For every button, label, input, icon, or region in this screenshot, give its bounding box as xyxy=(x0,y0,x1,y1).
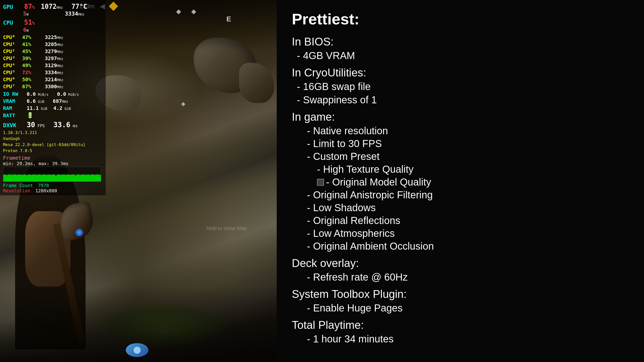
cpu4-row: CPU⁴ 49% 3129MHz xyxy=(3,62,103,69)
deck-refresh: - Refresh rate @ 60Hz xyxy=(292,272,629,283)
batt-label: BATT xyxy=(3,112,26,119)
cpu7-percent: 67% xyxy=(22,83,31,90)
ingame-ao: - Original Ambient Occlusion xyxy=(292,241,629,252)
gpu-percent: 87% xyxy=(24,2,35,11)
cpu6-row: CPU⁶ 50% 3214MHz xyxy=(3,76,103,83)
model-quality-checkbox xyxy=(317,179,324,186)
bios-header: In BIOS: xyxy=(292,35,629,48)
proton-line: Proton 7.0-5 xyxy=(3,148,103,154)
ingame-model: - Original Model Quality xyxy=(292,176,629,188)
right-panel: Prettiest: In BIOS: - 4GB VRAM In CryoUt… xyxy=(277,0,644,362)
cpu0-row: CPU⁰ 47% 3225MHz xyxy=(3,34,103,41)
cpu2-percent: 45% xyxy=(22,48,31,55)
cpu3-row: CPU³ 39% 3297MHz xyxy=(3,55,103,62)
cpu3-mhz: 3297MHz xyxy=(45,55,63,62)
cpu2-row: CPU² 45% 3279MHz xyxy=(3,48,103,55)
toolbox-huge-pages: - Enable Huge Pages xyxy=(292,302,629,314)
driver-line: VanGogh xyxy=(3,136,103,142)
vram-freq: 687MHz xyxy=(53,98,68,105)
gpu-label: GPU xyxy=(3,3,23,11)
panel-title: Prettiest: xyxy=(292,10,629,28)
dxvk-fps-row: DXVK 30 FPS 33.6 ms xyxy=(3,120,103,130)
gpu-watts: 5W xyxy=(23,10,29,18)
cpu0-mhz: 3225MHz xyxy=(45,34,63,41)
io-label: IO RW xyxy=(3,90,26,98)
vram-row: VRAM 6.6 GiB 687MHz xyxy=(3,98,103,105)
cpu4-percent: 49% xyxy=(22,62,31,69)
frametime-bar xyxy=(3,170,101,182)
cpu7-row: CPU⁷ 67% 3300MHz xyxy=(3,83,103,90)
cpu4-label: CPU⁴ xyxy=(3,62,21,69)
ingame-reflections: - Original Reflections xyxy=(292,215,629,226)
battery-icon: 🔋 xyxy=(27,112,33,119)
cpu1-percent: 41% xyxy=(22,41,31,48)
ingame-shadows: - Low Shadows xyxy=(292,202,629,213)
frame-count-value: 7978 xyxy=(38,183,49,188)
cryo-swappiness: - Swappiness of 1 xyxy=(292,94,629,106)
gpu-temp: 77°C xyxy=(71,2,87,11)
cpu0-label: CPU⁰ xyxy=(3,34,21,41)
cpu-label: CPU xyxy=(3,19,23,27)
ingame-texture: - High Texture Quality xyxy=(292,164,629,175)
gpu-row: GPU 87% 1072MHz 77°C xyxy=(3,2,103,11)
ingame-custom-preset: - Custom Preset xyxy=(292,151,629,162)
cpu6-mhz: 3214MHz xyxy=(45,76,63,83)
cpu2-mhz: 3279MHz xyxy=(45,48,63,55)
cpu5-mhz: 3334MHz xyxy=(45,69,63,76)
cpu1-row: CPU¹ 41% 3205MHz xyxy=(3,41,103,48)
cpu-watts: 6W xyxy=(23,26,29,34)
cpu5-percent: 72% xyxy=(22,69,31,76)
io-write: 0.0 MiB/s xyxy=(57,90,79,98)
resolution-row: Resolution 1280x800 xyxy=(3,188,103,193)
vram-label: VRAM xyxy=(3,98,26,105)
cpu-row: CPU 51% xyxy=(3,18,103,27)
cpu3-percent: 39% xyxy=(22,55,31,62)
fps-value: 30 FPS xyxy=(27,120,45,130)
playtime-value: - 1 hour 34 minutes xyxy=(292,333,629,345)
frametime-ms: 33.6 ms xyxy=(53,120,77,130)
cryo-swap: - 16GB swap file xyxy=(292,81,629,92)
ingame-30fps: - Limit to 30 FPS xyxy=(292,138,629,149)
cpu6-label: CPU⁶ xyxy=(3,76,21,83)
ram-other: 4.2 GiB xyxy=(53,105,71,112)
hud-panel: GPU 87% 1072MHz 77°C 5W 3334MHz CPU 51% … xyxy=(0,0,106,195)
cpu1-label: CPU¹ xyxy=(3,41,21,48)
mesa-line: Mesa 22.2.0-devel [git-03dd/09itu] xyxy=(3,142,103,148)
deck-overlay-header: Deck overlay: xyxy=(292,257,629,269)
dxvk-label: DXVK xyxy=(3,122,26,129)
cpu7-label: CPU⁷ xyxy=(3,83,21,90)
cpu6-percent: 50% xyxy=(22,76,31,83)
cpu-watts-row: 6W xyxy=(23,26,103,34)
io-read: 0.0 MiB/s xyxy=(27,90,49,98)
io-row: IO RW 0.0 MiB/s 0.0 MiB/s xyxy=(3,90,103,98)
frame-count-label: Frame Count xyxy=(3,183,33,188)
cpu4-mhz: 3129MHz xyxy=(45,62,63,69)
ram-label: RAM xyxy=(3,105,26,112)
cpu3-label: CPU³ xyxy=(3,55,21,62)
frametime-graph xyxy=(3,167,101,182)
frametime-range: min: 29.2ms, max: 39.3ms xyxy=(3,161,103,166)
gpu-watts-row: 5W 3334MHz xyxy=(23,10,103,18)
batt-row: BATT 🔋 xyxy=(3,112,103,119)
cpu7-mhz: 3300MHz xyxy=(45,83,63,90)
ingame-header: In game: xyxy=(292,111,629,123)
cpu5-row: CPU⁵ 72% 3334MHz xyxy=(3,69,103,76)
cryo-header: In CryoUtilities: xyxy=(292,66,629,79)
gpu-mhz: 1072MHz xyxy=(41,2,63,11)
frame-count-row: Frame Count 7978 xyxy=(3,183,103,188)
frametime-section: Frametime min: 29.2ms, max: 39.3ms xyxy=(3,155,103,182)
ingame-atmospherics: - Low Atmospherics xyxy=(292,228,629,239)
ingame-aniso: - Original Anistropic Filtering xyxy=(292,189,629,201)
frametime-label: Frametime xyxy=(3,155,30,161)
cpu0-percent: 47% xyxy=(22,34,31,41)
resolution-label: Resolution xyxy=(3,188,30,193)
cpu2-label: CPU² xyxy=(3,48,21,55)
cpu5-label: CPU⁵ xyxy=(3,69,21,76)
cpu-cores-section: CPU⁰ 47% 3225MHz CPU¹ 41% 3205MHz CPU² 4… xyxy=(3,34,103,90)
resolution-value: 1280x800 xyxy=(35,188,57,193)
model-quality-text: - Original Model Quality xyxy=(326,176,431,188)
ingame-native-res: - Native resolution xyxy=(292,125,629,137)
frame-info: Frame Count 7978 Resolution 1280x800 xyxy=(3,183,103,193)
sys-info: 1.10.3/1.3.211 VanGogh Mesa 22.2.0-devel… xyxy=(3,130,103,154)
gpu-mhz2: 3334MHz xyxy=(65,10,85,18)
